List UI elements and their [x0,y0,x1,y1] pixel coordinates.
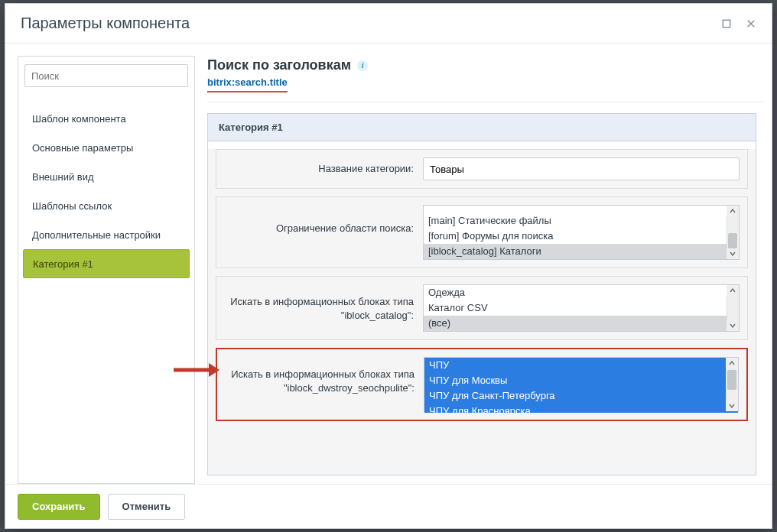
save-button[interactable]: Сохранить [18,494,100,520]
scrollbar-thumb[interactable] [728,233,737,248]
component-code-link[interactable]: bitrix:search.title [207,76,288,92]
close-icon[interactable] [744,17,758,31]
component-settings-dialog: Параметры компонента Шаблон компонента О… [5,3,772,529]
section-title: Категория #1 [208,114,756,141]
listbox-option-selected[interactable]: ЧПУ [424,358,738,373]
scroll-up-icon[interactable] [726,358,738,368]
input-category-name[interactable] [423,157,740,180]
scrollbar-track[interactable] [727,206,739,259]
maximize-icon[interactable] [720,17,733,31]
sidebar-nav: Шаблон компонента Основные параметры Вне… [23,104,190,278]
field-iblock-seochpulite-highlighted: Искать в информационных блоках типа "ibl… [216,348,748,421]
listbox-option-selected[interactable]: [iblock_catalog] Каталоги [424,244,739,259]
listbox-option-selected[interactable]: (все) [424,316,739,331]
field-iblock-catalog: Искать в информационных блоках типа "ibl… [216,276,748,340]
scroll-down-icon[interactable] [727,248,739,259]
scroll-down-icon[interactable] [726,401,738,411]
listbox-option-selected[interactable]: ЧПУ для Москвы [424,373,738,388]
label-category-name: Название категории: [224,157,423,180]
info-icon[interactable]: i [357,60,368,71]
content-header: Поиск по заголовкам i bitrix:search.titl… [207,56,764,102]
listbox-option-selected[interactable]: ЧПУ для Санкт-Петербурга [424,388,738,404]
sidebar-item-category-1[interactable]: Категория #1 [23,249,190,278]
scroll-up-icon[interactable] [727,206,739,216]
page-title: Поиск по заголовкам [207,57,351,73]
listbox-option[interactable]: [forum] Форумы для поиска [424,229,739,244]
form-scroll-area[interactable]: Категория #1 Название категории: [207,102,764,484]
dialog-title: Параметры компонента [21,15,709,32]
label-iblock-catalog: Искать в информационных блоках типа "ibl… [224,284,423,327]
cancel-button[interactable]: Отменить [108,494,186,520]
listbox-option[interactable]: Каталог CSV [424,300,739,316]
svg-rect-0 [723,20,730,27]
listbox-search-area[interactable]: [main] Статические файлы [forum] Форумы … [423,205,740,260]
scrollbar-track[interactable] [727,285,739,331]
scroll-up-icon[interactable] [727,285,739,296]
scrollbar-track[interactable] [726,358,738,411]
sidebar-item-extra-settings[interactable]: Дополнительные настройки [23,220,190,249]
section-category-1: Категория #1 Название категории: [207,113,756,475]
sidebar-item-main-params[interactable]: Основные параметры [23,133,190,162]
search-input[interactable] [24,64,188,87]
sidebar: Шаблон компонента Основные параметры Вне… [18,56,195,484]
dialog-titlebar: Параметры компонента [5,4,772,44]
sidebar-item-appearance[interactable]: Внешний вид [23,162,190,191]
listbox-option[interactable]: Одежда [424,285,739,300]
listbox-option-selected[interactable]: ЧПУ для Красноярска [424,404,738,413]
label-search-area: Ограничение области поиска: [224,205,423,240]
listbox-option-partial[interactable] [424,206,739,213]
listbox-iblock-seochpulite[interactable]: ЧПУ ЧПУ для Москвы ЧПУ для Санкт-Петербу… [424,357,739,412]
sidebar-item-link-templates[interactable]: Шаблоны ссылок [23,191,190,220]
content: Поиск по заголовкам i bitrix:search.titl… [207,56,764,484]
dialog-footer: Сохранить Отменить [5,484,772,528]
field-search-area: Ограничение области поиска: [main] Стати… [216,196,748,268]
field-category-name: Название категории: [216,149,748,189]
label-iblock-seochpulite: Искать в информационных блоках типа "ibl… [225,357,424,400]
scrollbar-thumb[interactable] [727,370,736,390]
sidebar-item-template[interactable]: Шаблон компонента [23,104,190,133]
listbox-option[interactable]: [main] Статические файлы [424,213,739,229]
scroll-down-icon[interactable] [727,320,739,331]
listbox-iblock-catalog[interactable]: Одежда Каталог CSV (все) [423,284,740,332]
